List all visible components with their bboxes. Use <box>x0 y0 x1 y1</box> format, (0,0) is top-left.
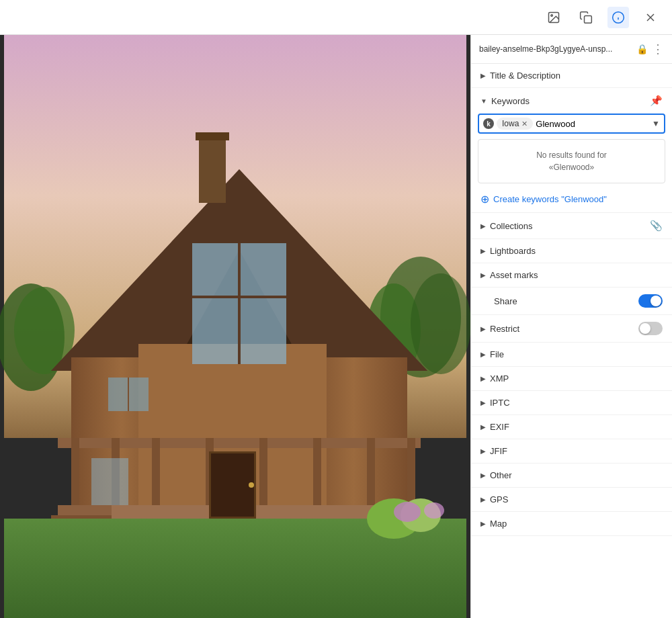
gps-arrow-icon: ▶ <box>480 496 486 503</box>
no-results-line2: «Glenwood» <box>549 163 594 172</box>
copy-icon[interactable] <box>575 7 597 28</box>
map-arrow-icon: ▶ <box>480 520 486 527</box>
jfif-label: JFIF <box>490 446 663 456</box>
section-collections[interactable]: ▶ Collections 📎 <box>471 213 672 239</box>
keywords-arrow-icon: ▼ <box>480 97 487 105</box>
share-label: Share <box>480 296 638 306</box>
asset-marks-label: Asset marks <box>490 270 663 280</box>
keywords-section: ▼ Keywords 📌 k Iowa ✕ ▼ No results found… <box>471 88 672 213</box>
exif-label: EXIF <box>490 422 663 432</box>
svg-rect-29 <box>259 438 267 505</box>
restrict-toggle[interactable] <box>638 322 663 335</box>
info-icon[interactable] <box>607 7 629 28</box>
toolbar <box>0 0 672 35</box>
image-icon[interactable] <box>543 7 564 28</box>
right-panel: bailey-anselme-Bkp3gLygyeA-unsp... 🔒 ⋮ ▶… <box>470 35 672 618</box>
dropdown-arrow-icon[interactable]: ▼ <box>652 119 660 128</box>
lightboards-arrow-icon: ▶ <box>480 247 486 255</box>
section-title-description[interactable]: ▶ Title & Description <box>471 64 672 88</box>
keywords-label: Keywords <box>491 96 646 106</box>
share-row: Share <box>471 288 672 315</box>
jfif-arrow-icon: ▶ <box>480 447 486 455</box>
menu-icon[interactable]: ⋮ <box>652 42 664 56</box>
svg-rect-25 <box>71 438 79 505</box>
restrict-label: Restrict <box>490 324 634 334</box>
share-toggle-switch[interactable] <box>638 294 663 308</box>
svg-rect-48 <box>211 453 254 517</box>
map-label: Map <box>490 519 663 529</box>
other-label: Other <box>490 470 663 480</box>
section-exif[interactable]: ▶ EXIF <box>471 415 672 439</box>
share-toggle[interactable] <box>638 294 663 308</box>
iowa-tag-remove[interactable]: ✕ <box>521 120 528 128</box>
section-gps[interactable]: ▶ GPS <box>471 488 672 512</box>
svg-point-12 <box>411 273 470 374</box>
plus-circle-icon: ⊕ <box>480 193 489 206</box>
svg-rect-50 <box>91 458 128 505</box>
svg-rect-32 <box>407 438 415 505</box>
iptc-arrow-icon: ▶ <box>480 399 486 406</box>
svg-point-49 <box>249 482 254 488</box>
gps-label: GPS <box>490 494 663 504</box>
collections-label: Collections <box>490 221 646 231</box>
no-results-box: No results found for «Glenwood» <box>478 139 665 183</box>
svg-rect-34 <box>58 505 112 515</box>
create-keyword-label: Create keywords "Glenwood" <box>493 194 607 204</box>
section-lightboards[interactable]: ▶ Lightboards <box>471 239 672 263</box>
svg-point-1 <box>551 14 553 15</box>
section-label: Title & Description <box>490 71 663 81</box>
file-label: File <box>490 349 663 359</box>
no-results-line1: No results found for <box>536 150 607 160</box>
section-jfif[interactable]: ▶ JFIF <box>471 439 672 464</box>
collections-arrow-icon: ▶ <box>480 222 486 230</box>
file-title: bailey-anselme-Bkp3gLygyeA-unsp... <box>479 44 632 54</box>
iowa-tag-label: Iowa <box>502 119 519 128</box>
svg-rect-27 <box>152 438 160 505</box>
pin-icon: 📌 <box>650 95 663 107</box>
section-map[interactable]: ▶ Map <box>471 512 672 536</box>
svg-rect-39 <box>196 132 229 140</box>
section-xmp[interactable]: ▶ XMP <box>471 367 672 391</box>
restrict-toggle-knob <box>640 323 650 334</box>
svg-rect-38 <box>199 136 226 203</box>
keyword-search-input[interactable] <box>536 119 649 129</box>
keywords-input-wrapper[interactable]: k Iowa ✕ ▼ <box>478 114 665 134</box>
xmp-label: XMP <box>490 373 663 384</box>
restrict-arrow-icon: ▶ <box>480 325 486 333</box>
svg-rect-30 <box>313 438 321 505</box>
section-iptc[interactable]: ▶ IPTC <box>471 391 672 415</box>
other-arrow-icon: ▶ <box>480 472 486 479</box>
section-restrict[interactable]: ▶ Restrict <box>471 315 672 343</box>
section-asset-marks[interactable]: ▶ Asset marks <box>471 263 672 288</box>
xmp-arrow-icon: ▶ <box>480 375 486 382</box>
iowa-keyword-tag[interactable]: Iowa ✕ <box>497 118 533 130</box>
panel-header: bailey-anselme-Bkp3gLygyeA-unsp... 🔒 ⋮ <box>471 35 672 64</box>
asset-marks-arrow-icon: ▶ <box>480 271 486 279</box>
file-arrow-icon: ▶ <box>480 351 486 358</box>
exif-arrow-icon: ▶ <box>480 423 486 431</box>
keyword-k-badge: k <box>483 118 494 129</box>
lightboards-label: Lightboards <box>490 246 663 256</box>
close-icon[interactable] <box>640 7 661 28</box>
svg-point-44 <box>424 502 444 519</box>
main-content: bailey-anselme-Bkp3gLygyeA-unsp... 🔒 ⋮ ▶… <box>0 35 672 618</box>
svg-point-43 <box>394 502 421 522</box>
svg-rect-31 <box>367 438 375 505</box>
iptc-label: IPTC <box>490 398 663 408</box>
share-toggle-knob <box>650 296 661 306</box>
image-area <box>0 35 470 618</box>
create-keyword-link[interactable]: ⊕ Create keywords "Glenwood" <box>471 189 672 212</box>
svg-rect-2 <box>585 15 592 23</box>
lock-icon: 🔒 <box>636 44 648 54</box>
attach-icon: 📎 <box>650 220 663 232</box>
keywords-header[interactable]: ▼ Keywords 📌 <box>471 88 672 114</box>
section-other[interactable]: ▶ Other <box>471 464 672 488</box>
restrict-toggle-switch[interactable] <box>638 322 663 335</box>
arrow-icon: ▶ <box>480 72 486 79</box>
section-file[interactable]: ▶ File <box>471 343 672 367</box>
